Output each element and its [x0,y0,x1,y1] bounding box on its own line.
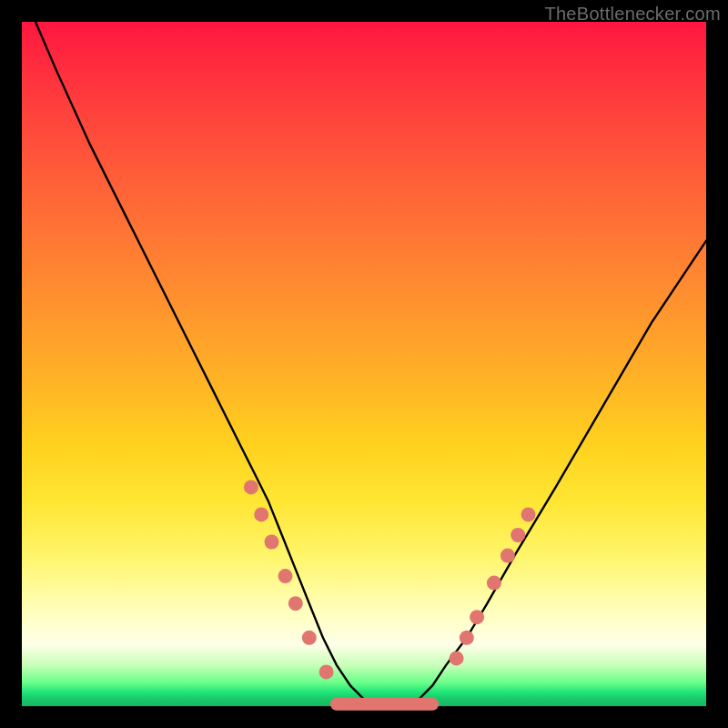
curve-marker [302,631,317,645]
curve-marker [487,576,501,591]
curve-marker [265,535,279,550]
curve-marker [511,528,525,542]
curve-marker [319,664,334,679]
markers-left [244,480,334,679]
chart-plot-area [22,22,706,706]
curve-marker [470,610,484,624]
curve-marker [288,596,303,611]
curve-marker [450,651,464,665]
curve-marker [521,507,536,521]
chart-svg [22,22,706,706]
curve-marker [244,480,258,494]
curve-marker [500,549,515,563]
curve-marker [254,507,268,521]
app-frame: TheBottleneсker.com [0,0,728,728]
bottleneck-curve [35,22,706,706]
curve-marker [460,631,474,645]
markers-right [450,507,536,665]
curve-marker [278,569,293,583]
